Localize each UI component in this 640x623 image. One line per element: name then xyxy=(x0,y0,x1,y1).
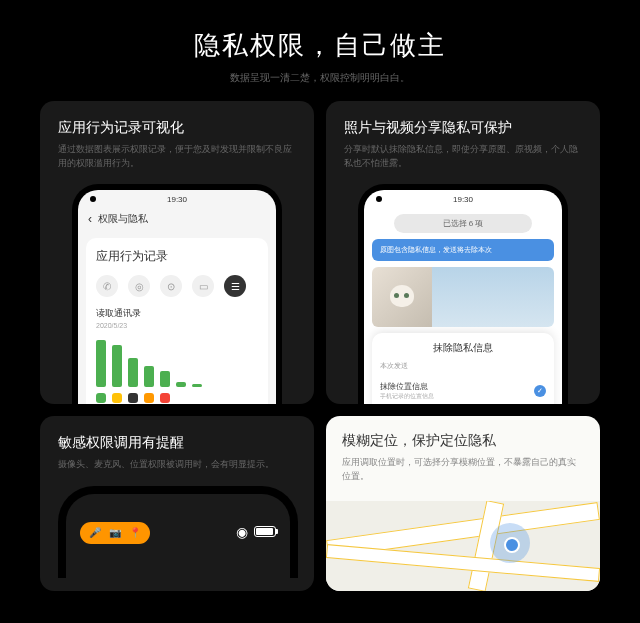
chart-date: 2020/5/23 xyxy=(96,322,258,329)
card-photo-privacy: 照片与视频分享隐私可保护 分享时默认抹除隐私信息，即使分享原图、原视频，个人隐私… xyxy=(326,101,600,404)
phone-screen: 🎤 📷 📍 ◉ xyxy=(66,494,290,578)
app-dots xyxy=(96,393,258,403)
phone-screen: 19:30 已选择 6 项 原图包含隐私信息，发送将去除本次 抹除隐私信息 本次… xyxy=(364,190,562,404)
bar xyxy=(176,382,186,387)
row-label: 抹除位置信息 xyxy=(380,381,434,392)
phone-icon[interactable]: ✆ xyxy=(96,275,118,297)
back-icon[interactable]: ‹ xyxy=(88,212,92,226)
photo-thumbnail[interactable] xyxy=(372,267,554,327)
bar xyxy=(112,345,122,387)
check-icon[interactable]: ✓ xyxy=(534,385,546,397)
nav-title: 权限与隐私 xyxy=(98,212,148,226)
phone-mockup: 19:30 ‹ 权限与隐私 应用行为记录 ✆ ◎ ⊙ ▭ ☰ 读取通讯录 202… xyxy=(72,184,282,404)
card-desc: 应用调取位置时，可选择分享模糊位置，不暴露自己的真实位置。 xyxy=(342,456,584,483)
bar xyxy=(144,366,154,387)
card-app-behavior: 应用行为记录可视化 通过数据图表展示权限记录，便于您及时发现并限制不良应用的权限… xyxy=(40,101,314,404)
feature-grid: 应用行为记录可视化 通过数据图表展示权限记录，便于您及时发现并限制不良应用的权限… xyxy=(0,101,640,591)
card-desc: 分享时默认抹除隐私信息，即使分享原图、原视频，个人隐私也不怕泄露。 xyxy=(344,143,582,170)
statusbar: 19:30 xyxy=(78,190,276,208)
category-icons: ✆ ◎ ⊙ ▭ ☰ xyxy=(96,275,258,297)
chart-title: 读取通讯录 xyxy=(96,307,258,320)
nav-bar: ‹ 权限与隐私 xyxy=(78,208,276,230)
behavior-panel: 应用行为记录 ✆ ◎ ⊙ ▭ ☰ 读取通讯录 2020/5/23 xyxy=(86,238,268,404)
statusbar: 19:30 xyxy=(364,190,562,208)
card-title: 应用行为记录可视化 xyxy=(58,119,296,137)
camera-icon: 📷 xyxy=(108,526,122,540)
app-dot xyxy=(112,393,122,403)
bar xyxy=(128,358,138,387)
app-dot xyxy=(144,393,154,403)
app-dot xyxy=(160,393,170,403)
mic-icon: 🎤 xyxy=(88,526,102,540)
map-illustration xyxy=(326,501,600,591)
selection-chip: 已选择 6 项 xyxy=(394,214,532,233)
bar xyxy=(96,340,106,387)
status-icons: ◉ xyxy=(236,524,276,540)
card-title: 照片与视频分享隐私可保护 xyxy=(344,119,582,137)
option-row[interactable]: 抹除位置信息 手机记录的位置信息 ✓ xyxy=(380,377,546,404)
wifi-icon: ◉ xyxy=(236,524,248,540)
card-fuzzy-location: 模糊定位，保护定位隐私 应用调取位置时，可选择分享模糊位置，不暴露自己的真实位置… xyxy=(326,416,600,591)
page-subtitle: 数据呈现一清二楚，权限控制明明白白。 xyxy=(0,71,640,85)
page-header: 隐私权限，自己做主 数据呈现一清二楚，权限控制明明白白。 xyxy=(0,0,640,101)
phone-mockup: 19:30 已选择 6 项 原图包含隐私信息，发送将去除本次 抹除隐私信息 本次… xyxy=(358,184,568,404)
card-title: 模糊定位，保护定位隐私 xyxy=(342,432,584,450)
phone-screen: 19:30 ‹ 权限与隐私 应用行为记录 ✆ ◎ ⊙ ▭ ☰ 读取通讯录 202… xyxy=(78,190,276,404)
storage-icon[interactable]: ▭ xyxy=(192,275,214,297)
row-sublabel: 手机记录的位置信息 xyxy=(380,392,434,401)
privacy-sheet: 抹除隐私信息 本次发送 抹除位置信息 手机记录的位置信息 ✓ 抹除拍摄数据 手机… xyxy=(372,333,554,404)
bar-chart xyxy=(96,335,258,387)
road xyxy=(326,544,600,582)
page-title: 隐私权限，自己做主 xyxy=(0,28,640,63)
phone-mockup: 🎤 📷 📍 ◉ xyxy=(58,486,298,578)
panel-title: 应用行为记录 xyxy=(96,248,258,265)
card-permission-alert: 敏感权限调用有提醒 摄像头、麦克风、位置权限被调用时，会有明显提示。 🎤 📷 📍… xyxy=(40,416,314,591)
location-icon: 📍 xyxy=(128,526,142,540)
location-icon[interactable]: ⊙ xyxy=(160,275,182,297)
app-dot xyxy=(96,393,106,403)
sheet-subtitle: 本次发送 xyxy=(380,361,546,371)
battery-icon xyxy=(254,526,276,537)
permission-pill: 🎤 📷 📍 xyxy=(80,522,150,544)
cat-image xyxy=(372,267,432,327)
sky-image xyxy=(432,267,554,327)
bar xyxy=(192,384,202,387)
app-dot xyxy=(128,393,138,403)
sheet-title: 抹除隐私信息 xyxy=(380,341,546,355)
camera-icon[interactable]: ◎ xyxy=(128,275,150,297)
card-title: 敏感权限调用有提醒 xyxy=(58,434,296,452)
info-banner: 原图包含隐私信息，发送将去除本次 xyxy=(372,239,554,261)
contacts-icon[interactable]: ☰ xyxy=(224,275,246,297)
card-desc: 摄像头、麦克风、位置权限被调用时，会有明显提示。 xyxy=(58,458,296,472)
bar xyxy=(160,371,170,387)
location-marker-icon xyxy=(490,523,530,563)
card-desc: 通过数据图表展示权限记录，便于您及时发现并限制不良应用的权限滥用行为。 xyxy=(58,143,296,170)
